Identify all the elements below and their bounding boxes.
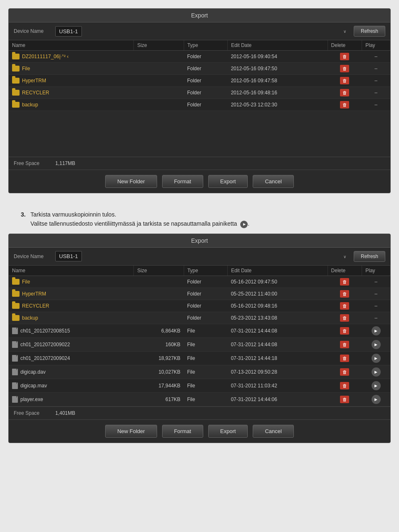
play-button[interactable]: ▶ [372,354,381,363]
file-date-cell: 07-13-2012 09:50:28 [227,365,328,379]
file-date-cell: 2012-05-16 09:47:58 [227,75,328,87]
play-dash: – [374,90,377,96]
file-name-text: HyperTRM [22,291,46,297]
play-button[interactable]: ▶ [372,340,381,349]
delete-button[interactable]: 🗑 [340,278,349,286]
delete-button[interactable]: 🗑 [340,314,349,322]
table-row[interactable]: RECYCLERFolder05-16-2012 09:48:16🗑– [9,300,390,312]
file-size-cell [134,51,184,63]
export-dialog-2: Export Device Name USB1-1 Refresh Name S… [8,234,391,443]
delete-button[interactable]: 🗑 [340,355,349,362]
bottom-buttons-2: New Folder Format Export Cancel [9,419,390,443]
refresh-button-2[interactable]: Refresh [354,251,385,262]
delete-button[interactable]: 🗑 [340,53,349,60]
delete-button[interactable]: 🗑 [340,368,349,376]
table-row[interactable]: ch01_201207200902418,927KBFile07-31-2012… [9,351,390,365]
delete-button[interactable]: 🗑 [340,77,349,84]
file-type-cell: Folder [184,51,227,63]
col-header-delete-1: Delete [328,40,362,51]
table-row[interactable]: DZ20111117_06|·°² ‹Folder2012-05-16 09:4… [9,51,390,63]
device-row-1: Device Name USB1-1 Refresh [9,22,390,40]
format-button-1[interactable]: Format [162,175,203,188]
export-button-2[interactable]: Export [208,425,248,438]
file-type-cell: Folder [184,312,227,324]
table-row[interactable]: digicap.dav10,027KBFile07-13-2012 09:50:… [9,365,390,379]
folder-icon [12,66,20,71]
table-row[interactable]: RECYCLERFolder2012-05-16 09:48:16🗑– [9,87,390,99]
delete-button[interactable]: 🗑 [340,89,349,96]
file-name-cell: ch01_2012072009024 [9,351,134,365]
file-play-cell: ▶ [362,379,390,392]
play-button[interactable]: ▶ [372,326,381,335]
instruction-line1: 3. Tarkista varmuuskopioinnin tulos. [21,210,382,219]
col-header-size-2: Size [134,266,184,276]
file-delete-cell: 🗑 [328,51,362,63]
table-row[interactable]: ch01_20120720085156,864KBFile07-31-2012 … [9,324,390,337]
free-space-label-2: Free Space [14,410,51,416]
table-row[interactable]: ch01_2012072009022160KBFile07-31-2012 14… [9,337,390,351]
device-select-2[interactable]: USB1-1 [55,251,82,261]
file-delete-cell: 🗑 [328,392,362,406]
table-row[interactable]: player.exe617KBFile07-31-2012 14:44:06🗑▶ [9,392,390,406]
col-header-type-2: Type [184,266,227,276]
file-name-cell: ch01_2012072008515 [9,324,134,337]
device-row-2: Device Name USB1-1 Refresh [9,248,390,266]
cancel-button-1[interactable]: Cancel [253,175,293,188]
file-play-cell: – [362,300,390,312]
table-row[interactable]: HyperTRMFolder2012-05-16 09:47:58🗑– [9,75,390,87]
play-button[interactable]: ▶ [372,381,381,390]
cancel-button-2[interactable]: Cancel [253,425,293,438]
table-row[interactable]: digicap.mav17,944KBFile07-31-2012 11:03:… [9,379,390,392]
folder-icon [12,291,20,297]
table-row[interactable]: FileFolder2012-05-16 09:47:50🗑– [9,63,390,75]
file-name-text: ch01_2012072009024 [20,355,70,361]
file-name-cell: File [9,276,134,288]
file-name-text: ch01_2012072009022 [20,342,70,347]
device-select-1[interactable]: USB1-1 [55,26,82,37]
play-dash: – [374,78,377,84]
col-header-play-2: Play [362,266,390,276]
file-play-cell: – [362,99,390,111]
file-delete-cell: 🗑 [328,300,362,312]
file-date-cell: 2012-05-16 09:47:50 [227,63,328,75]
folder-icon [12,279,20,285]
file-play-cell: – [362,312,390,324]
delete-button[interactable]: 🗑 [340,327,349,335]
file-size-cell [134,87,184,99]
delete-button[interactable]: 🗑 [340,382,349,389]
table-row[interactable]: backupFolder05-23-2012 13:43:08🗑– [9,312,390,324]
format-button-2[interactable]: Format [162,425,203,438]
delete-button[interactable]: 🗑 [340,341,349,348]
table-row[interactable]: HyperTRMFolder05-25-2012 11:40:00🗑– [9,288,390,300]
device-name-label-1: Device Name [14,28,51,34]
new-folder-button-1[interactable]: New Folder [105,175,157,188]
delete-button[interactable]: 🗑 [340,65,349,72]
file-name-text: RECYCLER [22,90,49,96]
table-row[interactable]: backupFolder2012-05-23 12:02:30🗑– [9,99,390,111]
play-button[interactable]: ▶ [372,367,381,377]
play-dash: – [374,102,377,108]
delete-button[interactable]: 🗑 [340,396,349,403]
file-size-cell: 10,027KB [134,365,184,379]
instruction-text-line2: Valitse tallennustiedosto vientiliittymä… [30,220,237,227]
file-delete-cell: 🗑 [328,75,362,87]
col-header-name-2: Name [9,266,134,276]
delete-button[interactable]: 🗑 [340,290,349,298]
table-row[interactable]: FileFolder05-16-2012 09:47:50🗑– [9,276,390,288]
file-type-cell: Folder [184,276,227,288]
file-name-text: File [22,66,30,71]
file-size-cell: 6,864KB [134,324,184,337]
delete-button[interactable]: 🗑 [340,302,349,310]
play-dash: – [374,303,377,309]
file-date-cell: 2012-05-23 12:02:30 [227,99,328,111]
file-type-cell: Folder [184,300,227,312]
delete-button[interactable]: 🗑 [340,101,349,108]
folder-icon [12,90,20,96]
file-name-text: HyperTRM [22,78,46,84]
file-table-2: Name Size Type Edit Date Delete Play Fil… [9,266,390,406]
folder-icon [12,78,20,84]
refresh-button-1[interactable]: Refresh [354,26,385,37]
export-button-1[interactable]: Export [208,175,248,188]
new-folder-button-2[interactable]: New Folder [105,425,157,438]
play-button[interactable]: ▶ [372,395,381,404]
